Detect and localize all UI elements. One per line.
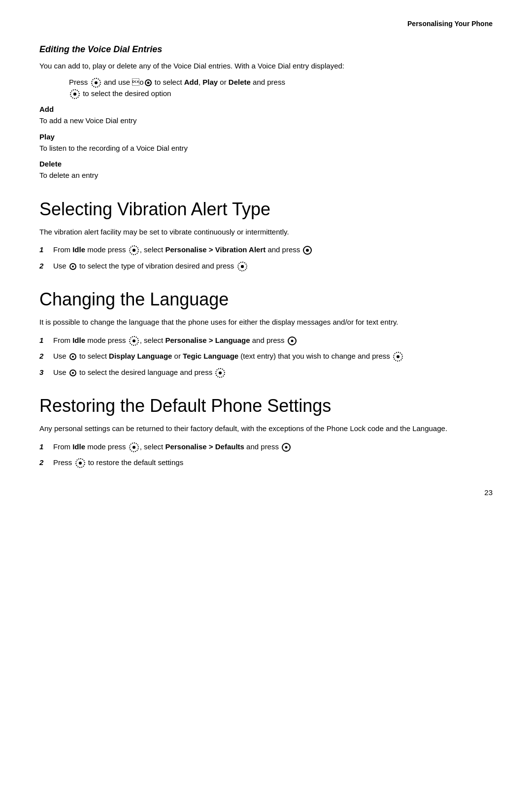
center-key-v1b [303,246,312,255]
delete-label: Delete [39,160,493,168]
center-key-l1 [129,336,139,346]
center-key-l2 [393,352,403,362]
page-header: Personalising Your Phone [39,20,493,31]
language-step-2: 2 Use to select Display Language or Tegi… [39,351,493,362]
center-key-l1b [288,336,297,345]
center-key-icon2 [70,89,80,99]
defaults-section: Restoring the Default Phone Settings Any… [39,396,493,469]
center-key-d2 [75,458,85,468]
defaults-step-1: 1 From Idle mode press , select Personal… [39,441,493,453]
center-key-d1b [282,443,291,452]
nav-key-icon: o [132,77,143,88]
defaults-step-2: 2 Press to restore the default settings [39,457,493,469]
center-key-v1 [129,245,139,255]
voice-dial-title: Editing the Voice Dial Entries [39,44,493,55]
language-intro: It is possible to change the language th… [39,317,493,328]
vibration-section: Selecting Vibration Alert Type The vibra… [39,199,493,272]
vibration-step-2: 2 Use to select the type of vibration de… [39,261,493,272]
language-steps: 1 From Idle mode press , select Personal… [39,335,493,378]
nav-key-l2 [69,353,76,360]
page-number: 23 [39,488,493,497]
defaults-steps: 1 From Idle mode press , select Personal… [39,441,493,469]
vibration-steps: 1 From Idle mode press , select Personal… [39,244,493,271]
voice-dial-intro: You can add to, play or delete any of th… [39,61,493,72]
voice-dial-section: Editing the Voice Dial Entries You can a… [39,44,493,181]
vibration-title: Selecting Vibration Alert Type [39,199,493,220]
add-desc: To add a new Voice Dial entry [39,115,493,127]
nav-key-l3 [69,369,76,376]
defaults-title: Restoring the Default Phone Settings [39,396,493,416]
center-key-l3 [215,368,225,378]
center-key-d1 [129,442,139,452]
header-title: Personalising Your Phone [407,20,493,28]
vibration-intro: The vibration alert facility may be set … [39,227,493,238]
center-key-icon [91,78,101,88]
language-step-3: 3 Use to select the desired language and… [39,367,493,378]
language-title: Changing the Language [39,289,493,310]
vibration-step-1: 1 From Idle mode press , select Personal… [39,244,493,256]
language-section: Changing the Language It is possible to … [39,289,493,378]
play-label: Play [39,133,493,141]
voice-dial-instruction: Press and use o to select Add, Play or … [69,77,493,100]
center-key-v2 [237,262,247,271]
play-desc: To listen to the recording of a Voice Di… [39,143,493,154]
delete-desc: To delete an entry [39,170,493,181]
defaults-intro: Any personal settings can be returned to… [39,423,493,435]
language-step-1: 1 From Idle mode press , select Personal… [39,335,493,346]
add-label: Add [39,105,493,113]
